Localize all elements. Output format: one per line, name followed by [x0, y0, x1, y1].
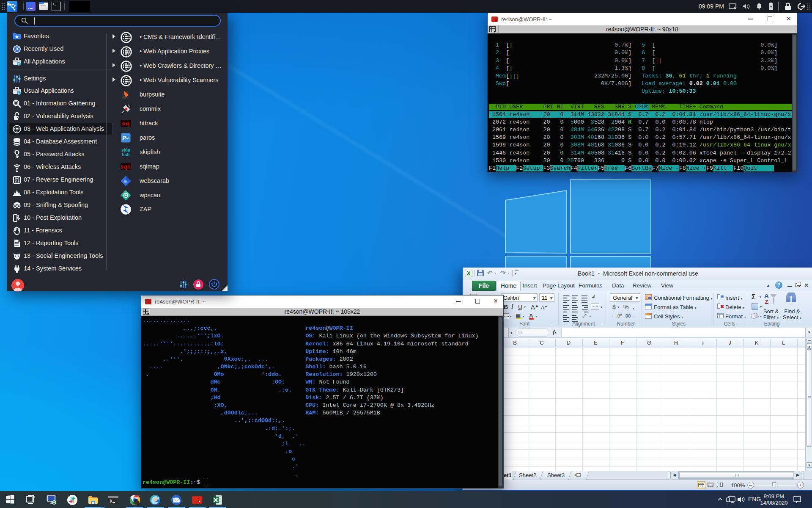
- svg-text:skip: skip: [121, 148, 130, 152]
- svg-text:110: 110: [14, 180, 19, 183]
- svg-text:∞: ∞: [126, 135, 129, 141]
- svg-text:fish: fish: [122, 152, 130, 157]
